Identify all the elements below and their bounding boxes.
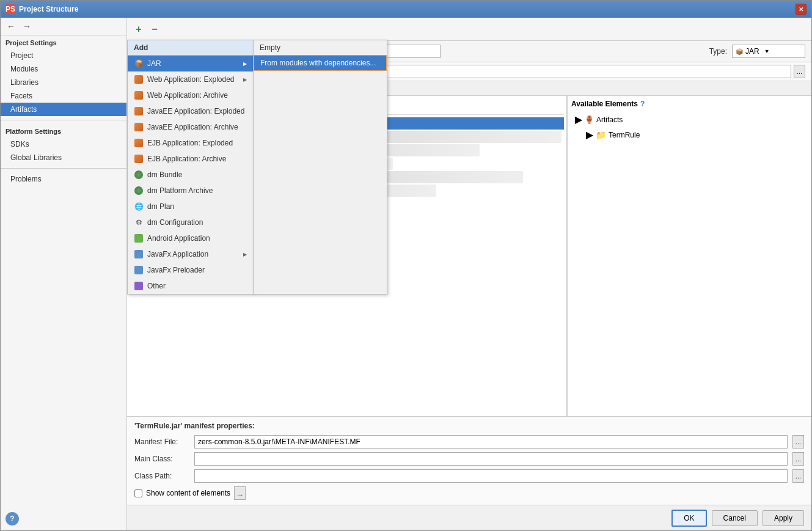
manifest-properties-area: 'TermRule.jar' manifest properties: Mani… [127,416,811,505]
main-class-input[interactable] [194,452,788,466]
toolbar: + − [127,18,811,41]
class-path-row: Class Path: ... [134,469,804,483]
class-path-label: Class Path: [134,472,189,480]
menu-item-web-app-exploded[interactable]: Web Application: Exploded ▶ [128,71,253,87]
jar-type-icon: 📦 [736,48,743,55]
right-panel: + − Add 📦 JAR ▶ [127,18,811,530]
manifest-title: 'TermRule.jar' manifest properties: [134,422,804,430]
menu-item-jar[interactable]: 📦 JAR ▶ [128,56,253,71]
show-content-checkbox[interactable] [134,489,142,497]
sidebar: ← → Project Settings Project Modules Lib… [1,18,127,530]
add-menu-column: Add 📦 JAR ▶ Web Applica [127,40,254,295]
class-path-browse[interactable]: ... [792,469,804,483]
sidebar-item-global-libraries[interactable]: Global Libraries [1,151,126,164]
menu-item-dm-configuration[interactable]: ⚙ dm Configuration [128,214,253,230]
type-select[interactable]: 📦 JAR ▼ [732,45,805,58]
sidebar-item-problems[interactable]: Problems [1,172,126,186]
add-menu-header: Add [128,40,253,56]
ok-button[interactable]: OK [671,510,706,527]
web-app-exploded-icon [134,75,144,84]
other-icon [134,281,144,291]
web-app-exploded-arrow: ▶ [243,77,247,82]
artifacts-expand-icon: ▶ [575,114,582,125]
platform-settings-heading: Platform Settings [1,124,126,137]
available-item-artifacts[interactable]: ▶ 🏺 Artifacts [571,112,808,127]
sidebar-divider [1,120,126,120]
available-item-termrule[interactable]: ▶ 📁 TermRule [571,127,808,142]
android-icon [134,233,144,243]
menu-item-javaee-exploded[interactable]: JavaEE Application: Exploded [128,103,253,119]
jar-submenu-column: Empty From modules with dependencies... [253,40,387,295]
main-content: ← → Project Settings Project Modules Lib… [1,18,811,530]
show-content-label: Show content of elements [146,489,230,497]
termrule-expand-icon: ▶ [586,129,593,141]
manifest-file-input[interactable] [194,435,788,449]
remove-artifact-button[interactable]: − [148,23,161,36]
sidebar-item-project[interactable]: Project [1,49,126,62]
ejb-exploded-icon [134,138,144,148]
main-class-browse[interactable]: ... [792,452,804,466]
menu-item-ejb-exploded[interactable]: EJB Application: Exploded [128,135,253,151]
main-class-row: Main Class: ... [134,452,804,466]
javafx-app-arrow: ▶ [243,252,247,257]
menu-item-ejb-archive[interactable]: EJB Application: Archive [128,151,253,167]
dm-bundle-icon [134,170,144,180]
available-elements-header: Available Elements ? [571,100,808,108]
back-button[interactable]: ← [4,20,18,32]
sidebar-item-libraries[interactable]: Libraries [1,76,126,89]
project-settings-heading: Project Settings [1,35,126,49]
submenu-item-from-modules[interactable]: From modules with dependencies... [254,55,387,71]
apply-button[interactable]: Apply [763,510,804,526]
manifest-file-row: Manifest File: ... [134,435,804,449]
ejb-archive-icon [134,154,144,164]
menu-item-dm-plan[interactable]: 🌐 dm Plan [128,199,253,214]
sidebar-item-modules[interactable]: Modules [1,62,126,76]
available-elements-panel: Available Elements ? ▶ 🏺 Artifacts ▶ 📁 T… [567,96,811,416]
menu-item-web-app-archive[interactable]: Web Application: Archive [128,87,253,103]
dm-plan-icon: 🌐 [134,202,144,211]
available-elements-help[interactable]: ? [640,100,645,108]
close-button[interactable]: ✕ [796,4,807,15]
menu-item-dm-platform-archive[interactable]: dm Platform Archive [128,183,253,199]
footer: OK Cancel Apply [127,505,811,530]
menu-item-javaee-archive[interactable]: JavaEE Application: Archive [128,119,253,135]
help-button[interactable]: ? [5,512,19,526]
menu-item-android-application[interactable]: Android Application [128,230,253,246]
dm-config-icon: ⚙ [134,218,144,227]
class-path-input[interactable] [194,469,788,483]
main-class-label: Main Class: [134,455,189,463]
javaee-archive-icon [134,122,144,132]
add-dropdown-menu: Add 📦 JAR ▶ Web Applica [127,40,387,295]
browse-path-button[interactable]: ... [794,65,805,78]
manifest-file-browse[interactable]: ... [792,435,804,449]
show-content-row: Show content of elements ... [134,486,804,500]
jar-arrow-icon: ▶ [243,61,247,67]
menu-item-other[interactable]: Other [128,278,253,294]
javafx-app-icon [134,249,144,259]
toolbar-container: + − Add 📦 JAR ▶ [127,18,811,41]
jar-icon: 📦 [134,59,144,68]
sidebar-item-sdks[interactable]: SDKs [1,137,126,151]
termrule-folder-icon: 📁 [596,130,606,140]
title-bar: PS Project Structure ✕ [1,1,811,18]
sidebar-item-facets[interactable]: Facets [1,89,126,103]
window-title: Project Structure [19,5,78,13]
forward-button[interactable]: → [20,20,34,32]
project-structure-window: PS Project Structure ✕ ← → Project Setti… [0,0,812,531]
submenu-item-empty[interactable]: Empty [254,40,387,55]
artifacts-icon: 🏺 [585,115,594,124]
show-content-browse[interactable]: ... [234,486,246,500]
type-label: Type: [709,47,727,56]
sidebar-item-artifacts[interactable]: Artifacts [1,103,126,116]
type-dropdown-arrow: ▼ [764,48,770,54]
menu-item-dm-bundle[interactable]: dm Bundle [128,167,253,183]
manifest-file-label: Manifest File: [134,438,189,446]
title-bar-left: PS Project Structure [5,4,78,14]
web-app-archive-icon [134,90,144,100]
javafx-preloader-icon [134,265,144,275]
add-artifact-button[interactable]: + [132,23,145,36]
menu-item-javafx-application[interactable]: JavaFx Application ▶ [128,246,253,262]
window-icon: PS [5,4,15,14]
cancel-button[interactable]: Cancel [712,510,758,526]
menu-item-javafx-preloader[interactable]: JavaFx Preloader [128,262,253,278]
